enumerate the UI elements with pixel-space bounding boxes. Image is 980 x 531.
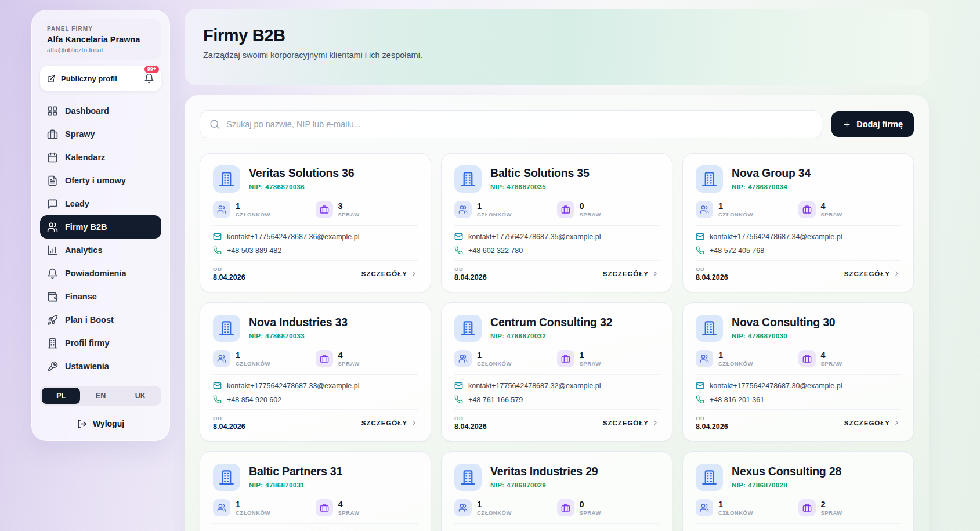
since-label: OD bbox=[213, 415, 245, 421]
sidebar-nav-item[interactable]: Profil firmy bbox=[40, 331, 161, 355]
nav-item-label: Plan i Boost bbox=[65, 315, 114, 324]
since-block: OD 8.04.2026 bbox=[213, 266, 245, 281]
public-profile-button[interactable]: Publiczny profil 99+ bbox=[40, 66, 161, 91]
language-option[interactable]: PL bbox=[42, 388, 80, 404]
briefcase-icon bbox=[557, 499, 574, 516]
sidebar-nav-item[interactable]: Analytics bbox=[40, 239, 161, 262]
company-stats: 1 CZŁONKÓW 4 SPRAW bbox=[213, 499, 418, 516]
bell-icon bbox=[144, 73, 154, 84]
sidebar-nav-item[interactable]: Ustawienia bbox=[40, 355, 161, 378]
divider bbox=[696, 523, 901, 524]
mail-icon bbox=[696, 381, 704, 390]
briefcase-icon bbox=[316, 499, 333, 516]
company-phone: +48 503 889 482 bbox=[227, 247, 281, 255]
language-option[interactable]: EN bbox=[81, 388, 120, 404]
language-label: UK bbox=[135, 392, 146, 400]
sidebar-nav-item[interactable]: Powiadomienia bbox=[40, 262, 161, 285]
briefcase-icon bbox=[557, 201, 574, 218]
company-stats: 1 CZŁONKÓW 3 SPRAW bbox=[213, 201, 418, 218]
company-card: Nova Industries 33 NIP: 4786870033 1 CZŁ… bbox=[200, 302, 431, 442]
company-stats: 1 CZŁONKÓW 2 SPRAW bbox=[696, 499, 901, 516]
since-date: 8.04.2026 bbox=[696, 273, 728, 281]
search-input[interactable] bbox=[226, 120, 812, 129]
details-button[interactable]: SZCZEGÓŁY bbox=[603, 270, 659, 277]
users-icon bbox=[696, 350, 713, 367]
phone-icon bbox=[696, 246, 704, 255]
notifications-bell-button[interactable]: 99+ bbox=[144, 73, 154, 84]
phone-icon bbox=[213, 246, 222, 255]
cases-count: 4 bbox=[338, 351, 360, 360]
sidebar-nav-item[interactable]: Dashboard bbox=[40, 99, 161, 122]
members-stat: 1 CZŁONKÓW bbox=[696, 499, 798, 516]
details-label: SZCZEGÓŁY bbox=[361, 420, 407, 427]
company-nip: NIP: 4786870029 bbox=[490, 482, 598, 489]
building-icon bbox=[47, 338, 58, 349]
chevron-right-icon bbox=[893, 270, 901, 277]
briefcase-icon bbox=[798, 350, 816, 367]
details-button[interactable]: SZCZEGÓŁY bbox=[844, 270, 901, 277]
members-label: CZŁONKÓW bbox=[236, 360, 270, 367]
sidebar-nav-item[interactable]: Leady bbox=[40, 192, 161, 215]
company-stats: 1 CZŁONKÓW 1 SPRAW bbox=[454, 350, 659, 367]
company-meta: Nova Industries 33 NIP: 4786870033 bbox=[249, 315, 348, 339]
company-phone: +48 602 322 780 bbox=[468, 247, 523, 255]
details-label: SZCZEGÓŁY bbox=[361, 270, 407, 277]
sidebar-nav-item[interactable]: Firmy B2B bbox=[40, 215, 161, 239]
nav-item-label: Sprawy bbox=[65, 129, 95, 139]
cases-stat: 4 SPRAW bbox=[316, 350, 418, 367]
cases-stat: 1 SPRAW bbox=[557, 350, 660, 367]
company-nip: NIP: 4786870033 bbox=[249, 333, 348, 339]
company-email: kontakt+1775642478687.36@example.pl bbox=[227, 233, 360, 241]
company-card: Baltic Solutions 35 NIP: 4786870035 1 CZ… bbox=[441, 153, 672, 292]
company-stats: 1 CZŁONKÓW 0 SPRAW bbox=[454, 499, 659, 516]
details-button[interactable]: SZCZEGÓŁY bbox=[361, 419, 418, 427]
sidebar-nav-item[interactable]: Sprawy bbox=[40, 122, 161, 146]
wrench-icon bbox=[47, 361, 58, 372]
nav-item-label: Leady bbox=[65, 199, 89, 208]
notification-badge: 99+ bbox=[144, 66, 159, 73]
sidebar-nav-item[interactable]: Finanse bbox=[40, 285, 161, 308]
cases-count: 0 bbox=[580, 201, 601, 211]
phone-icon bbox=[213, 395, 222, 404]
phone-icon bbox=[454, 395, 463, 404]
cases-count: 2 bbox=[821, 500, 842, 509]
sidebar-nav-item[interactable]: Kalendarz bbox=[40, 146, 161, 169]
company-nip: NIP: 4786870032 bbox=[490, 333, 612, 339]
divider bbox=[696, 225, 901, 226]
building-icon bbox=[213, 315, 240, 342]
briefcase-icon bbox=[316, 201, 333, 218]
divider bbox=[213, 225, 418, 226]
building-icon bbox=[454, 165, 482, 193]
members-count: 1 bbox=[477, 500, 512, 509]
company-name: Baltic Solutions 35 bbox=[490, 167, 590, 180]
company-meta: Veritas Industries 29 NIP: 4786870029 bbox=[490, 464, 598, 489]
company-card: Nova Consulting 30 NIP: 4786870030 1 CZŁ… bbox=[682, 302, 914, 442]
details-button[interactable]: SZCZEGÓŁY bbox=[844, 419, 901, 427]
page-header: Firmy B2B Zarządzaj swoimi korporacyjnym… bbox=[185, 9, 929, 85]
logout-button[interactable]: Wyloguj bbox=[40, 415, 161, 432]
sidebar-nav-item[interactable]: Oferty i umowy bbox=[40, 169, 161, 192]
company-meta: Centrum Consulting 32 NIP: 4786870032 bbox=[490, 315, 612, 339]
language-option[interactable]: UK bbox=[121, 388, 160, 404]
building-icon bbox=[696, 165, 723, 193]
users-icon bbox=[696, 499, 713, 516]
company-stats: 1 CZŁONKÓW 0 SPRAW bbox=[454, 201, 659, 218]
users-icon bbox=[696, 201, 713, 218]
cases-stat: 0 SPRAW bbox=[557, 499, 660, 516]
cases-label: SPRAW bbox=[580, 510, 601, 516]
chat-icon bbox=[47, 198, 58, 209]
page-subtitle: Zarządzaj swoimi korporacyjnymi klientam… bbox=[203, 50, 910, 60]
company-name: Centrum Consulting 32 bbox=[490, 316, 612, 329]
details-button[interactable]: SZCZEGÓŁY bbox=[603, 419, 659, 427]
details-button[interactable]: SZCZEGÓŁY bbox=[361, 270, 418, 277]
details-label: SZCZEGÓŁY bbox=[844, 270, 890, 277]
external-link-icon bbox=[47, 74, 56, 83]
since-label: OD bbox=[213, 266, 245, 272]
building-icon bbox=[454, 315, 482, 342]
sidebar-nav-item[interactable]: Plan i Boost bbox=[40, 308, 161, 331]
chevron-right-icon bbox=[652, 270, 659, 277]
company-card-header: Baltic Partners 31 NIP: 4786870031 bbox=[213, 464, 418, 491]
add-company-button[interactable]: Dodaj firmę bbox=[831, 111, 914, 137]
since-block: OD 8.04.2026 bbox=[696, 266, 728, 281]
members-label: CZŁONKÓW bbox=[477, 510, 512, 516]
